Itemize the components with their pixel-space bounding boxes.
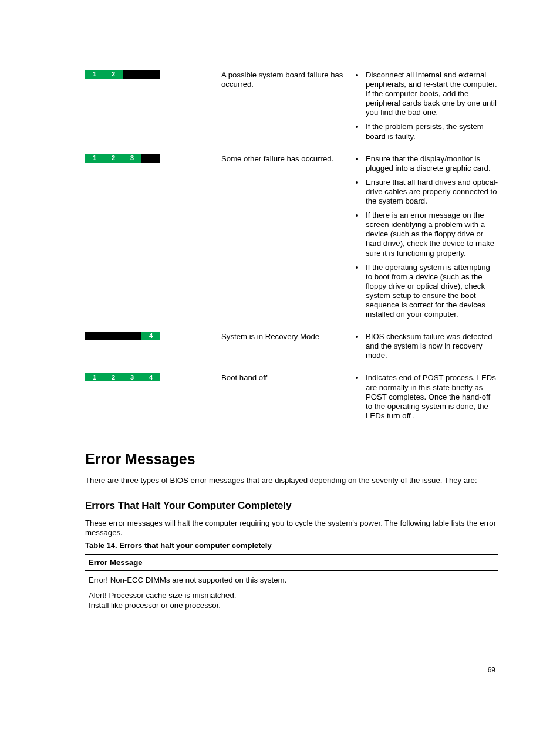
diagnostic-description: A possible system board failure has occu… — [221, 70, 354, 154]
diagnostic-row: 4System is in Recovery ModeBIOS checksum… — [85, 332, 498, 373]
diagnostic-steps-list: Indicates end of POST process. LEDs are … — [354, 373, 498, 420]
document-page: 12A possible system board failure has oc… — [0, 0, 560, 744]
led-on-icon: 1 — [85, 70, 104, 79]
led-on-icon: 2 — [104, 373, 123, 381]
led-off-icon — [123, 70, 141, 79]
diagnostic-step: Indicates end of POST process. LEDs are … — [365, 373, 498, 420]
led-strip: 123 — [85, 154, 160, 163]
diagnostic-step: If the operating system is attempting to… — [365, 263, 498, 320]
led-indicator-cell: 12 — [85, 70, 221, 154]
error-message-cell: Error! Non-ECC DIMMs are not supported o… — [85, 571, 498, 587]
diagnostic-steps-cell: Ensure that the display/monitor is plugg… — [354, 154, 498, 333]
led-on-icon: 1 — [85, 154, 104, 163]
led-on-icon: 4 — [141, 332, 160, 340]
error-table-row: Error! Non-ECC DIMMs are not supported o… — [85, 571, 498, 587]
led-on-icon: 3 — [123, 154, 141, 163]
diagnostic-row: 12A possible system board failure has oc… — [85, 70, 498, 154]
table-caption: Table 14. Errors that halt your computer… — [85, 541, 498, 550]
diagnostic-step: Ensure that all hard drives and optical-… — [365, 178, 498, 206]
error-message-table: Error Message Error! Non-ECC DIMMs are n… — [85, 554, 498, 611]
led-strip: 12 — [85, 70, 160, 79]
diagnostic-steps-cell: Disconnect all internal and external per… — [354, 70, 498, 154]
led-off-icon — [104, 332, 123, 340]
subsection-intro: These error messages will halt the compu… — [85, 519, 498, 537]
diagnostic-step: Ensure that the display/monitor is plugg… — [365, 154, 498, 173]
error-table-row: Alert! Processor cache size is mismatche… — [85, 586, 498, 611]
led-off-icon — [123, 332, 141, 340]
diagnostic-steps-cell: BIOS checksum failure was detected and t… — [354, 332, 498, 373]
diagnostic-description: Boot hand off — [221, 373, 354, 433]
error-message-subtext: Install like processor or one processor. — [89, 601, 495, 610]
diagnostic-steps-cell: Indicates end of POST process. LEDs are … — [354, 373, 498, 433]
error-message-text: Error! Non-ECC DIMMs are not supported o… — [89, 576, 495, 585]
error-message-text: Alert! Processor cache size is mismatche… — [89, 591, 495, 600]
error-message-cell: Alert! Processor cache size is mismatche… — [85, 586, 498, 611]
diagnostic-description: System is in Recovery Mode — [221, 332, 354, 373]
diagnostic-step: BIOS checksum failure was detected and t… — [365, 332, 498, 360]
led-indicator-cell: 1234 — [85, 373, 221, 433]
diagnostic-row: 1234Boot hand offIndicates end of POST p… — [85, 373, 498, 433]
led-indicator-cell: 4 — [85, 332, 221, 373]
error-table-header: Error Message — [85, 554, 498, 571]
led-strip: 4 — [85, 332, 160, 340]
led-on-icon: 4 — [141, 373, 160, 381]
diagnostic-step: If there is an error message on the scre… — [365, 211, 498, 258]
led-strip: 1234 — [85, 373, 160, 381]
diagnostic-step: Disconnect all internal and external per… — [365, 70, 498, 117]
led-on-icon: 1 — [85, 373, 104, 381]
section-heading-error-messages: Error Messages — [85, 450, 498, 468]
diagnostic-step: If the problem persists, the system boar… — [365, 122, 498, 141]
diagnostic-steps-list: Ensure that the display/monitor is plugg… — [354, 154, 498, 320]
led-on-icon: 2 — [104, 154, 123, 163]
subsection-heading-halt-errors: Errors That Halt Your Computer Completel… — [85, 500, 498, 512]
diagnostic-led-table: 12A possible system board failure has oc… — [85, 70, 498, 434]
led-off-icon — [85, 332, 104, 340]
led-on-icon: 3 — [123, 373, 141, 381]
led-on-icon: 2 — [104, 70, 123, 79]
led-off-icon — [141, 154, 160, 163]
diagnostic-steps-list: BIOS checksum failure was detected and t… — [354, 332, 498, 360]
diagnostic-description: Some other failure has occurred. — [221, 154, 354, 333]
diagnostic-row: 123Some other failure has occurred.Ensur… — [85, 154, 498, 333]
led-off-icon — [141, 70, 160, 79]
section-intro: There are three types of BIOS error mess… — [85, 476, 498, 485]
page-number: 69 — [488, 666, 495, 675]
diagnostic-steps-list: Disconnect all internal and external per… — [354, 70, 498, 141]
led-indicator-cell: 123 — [85, 154, 221, 333]
